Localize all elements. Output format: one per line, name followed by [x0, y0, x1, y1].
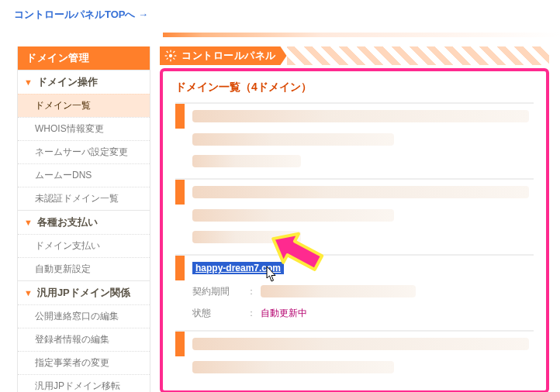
- sidebar-section-label: ドメイン操作: [37, 75, 98, 89]
- svg-rect-1: [170, 50, 171, 53]
- redacted-text: [192, 338, 529, 350]
- svg-rect-8: [166, 57, 168, 60]
- sidebar-section-head[interactable]: ▼ 汎用JPドメイン関係: [18, 280, 150, 304]
- redacted-text: [192, 133, 394, 146]
- sidebar-section-head[interactable]: ▼ ドメイン操作: [18, 70, 150, 94]
- redacted-text: [192, 155, 301, 167]
- sidebar-item-unverified[interactable]: 未認証ドメイン一覧: [18, 187, 150, 210]
- redacted-text: [192, 231, 301, 243]
- redacted-text: [192, 110, 529, 122]
- domain-name-link[interactable]: happy-dream7.com: [192, 262, 284, 274]
- arrow-down-icon: ▼: [24, 77, 33, 87]
- sidebar-item-payment[interactable]: ドメイン支払い: [18, 234, 150, 257]
- redacted-text: [192, 361, 394, 373]
- svg-rect-7: [173, 51, 175, 53]
- sidebar-item-nameserver[interactable]: ネームサーバ設定変更: [18, 140, 150, 163]
- cp-titlebar: コントロールパネル: [160, 46, 549, 65]
- main: コントロールパネル ドメイン一覧（4ドメイン）: [160, 46, 560, 392]
- top-back-link[interactable]: コントロールパネルTOPへ: [14, 9, 148, 20]
- sidebar-item-registrant-edit[interactable]: 登録者情報の編集: [18, 328, 150, 351]
- sidebar: ドメイン管理 ▼ ドメイン操作 ドメイン一覧 WHOIS情報変更 ネームサーバ設…: [17, 46, 150, 392]
- domain-tab-icon: [175, 180, 185, 205]
- sidebar-title: ドメイン管理: [18, 46, 150, 70]
- arrow-down-icon: ▼: [24, 288, 33, 297]
- cp-title-pattern: [287, 46, 550, 65]
- detail-label-period: 契約期間: [192, 285, 247, 298]
- arrow-down-icon: ▼: [24, 218, 33, 227]
- domain-list-heading: ドメイン一覧（4ドメイン）: [175, 81, 534, 95]
- cp-panel: ドメイン一覧（4ドメイン）: [160, 68, 549, 392]
- sidebar-section-head[interactable]: ▼ 各種お支払い: [18, 210, 150, 234]
- domain-block: [175, 102, 534, 172]
- sidebar-section-label: 汎用JPドメイン関係: [37, 286, 130, 300]
- sidebar-item-domain-list[interactable]: ドメイン一覧: [18, 94, 150, 117]
- domain-block: [175, 330, 534, 378]
- redacted-text: [261, 285, 416, 297]
- sidebar-item-whois[interactable]: WHOIS情報変更: [18, 117, 150, 140]
- redacted-text: [192, 209, 394, 222]
- domain-tab-icon: [175, 256, 185, 280]
- cp-title: コントロールパネル: [181, 49, 276, 63]
- domain-block-active: happy-dream7.com 契約期間 ： 状態 ： 自動更新中: [175, 254, 534, 324]
- gear-icon: [164, 50, 177, 62]
- redacted-text: [192, 186, 529, 198]
- domain-tab-icon: [175, 332, 185, 356]
- sidebar-item-muumuu-dns[interactable]: ムームーDNS: [18, 163, 150, 187]
- sidebar-item-jp-transfer[interactable]: 汎用JPドメイン移転: [18, 374, 150, 392]
- detail-value-status[interactable]: 自動更新中: [261, 307, 307, 320]
- svg-point-0: [169, 54, 172, 57]
- sidebar-item-auto-renew[interactable]: 自動更新設定: [18, 257, 150, 280]
- svg-rect-3: [165, 55, 168, 56]
- sidebar-section-label: 各種お支払い: [37, 215, 98, 229]
- sidebar-item-agent-change[interactable]: 指定事業者の変更: [18, 351, 150, 374]
- svg-rect-5: [166, 51, 168, 53]
- svg-rect-2: [170, 60, 171, 62]
- svg-rect-6: [173, 57, 175, 60]
- sidebar-item-contact-edit[interactable]: 公開連絡窓口の編集: [18, 304, 150, 328]
- domain-block: [175, 178, 534, 248]
- detail-label-status: 状態: [192, 307, 247, 320]
- svg-rect-4: [175, 55, 177, 56]
- domain-tab-icon: [175, 104, 185, 129]
